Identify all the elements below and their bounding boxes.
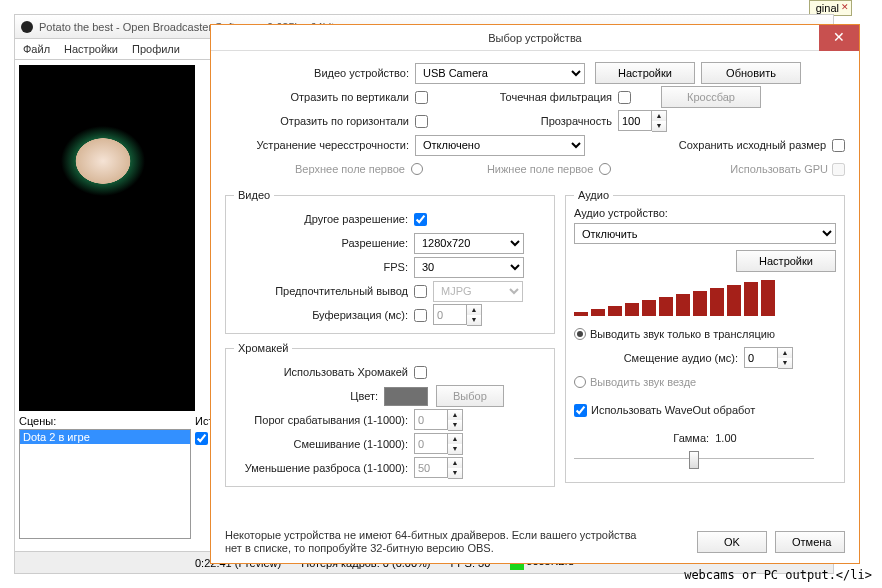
audio-settings-button[interactable]: Настройки (736, 250, 836, 272)
audio-group-label: Аудио (574, 189, 613, 201)
keep-size-checkbox[interactable] (832, 139, 845, 152)
video-device-select[interactable]: USB Camera (415, 63, 585, 84)
spill-label: Уменьшение разброса (1-1000): (234, 462, 414, 474)
device-dialog: Выбор устройства ✕ Видео устройство: USB… (210, 24, 860, 564)
footer-note: Некоторые устройства не имеют 64-битных … (225, 529, 655, 555)
gamma-value: 1.00 (715, 432, 736, 444)
video-group-label: Видео (234, 189, 274, 201)
point-filter-label: Точечная фильтрация (488, 91, 618, 103)
flip-v-checkbox[interactable] (415, 91, 428, 104)
spill-spinner[interactable]: ▲▼ (414, 457, 463, 479)
menu-settings[interactable]: Настройки (64, 43, 118, 55)
keep-size-label: Сохранить исходный размер (679, 139, 832, 151)
menu-file[interactable]: Файл (23, 43, 50, 55)
audio-everywhere-radio[interactable] (574, 376, 586, 388)
audio-stream-only-radio[interactable] (574, 328, 586, 340)
video-group: Видео Другое разрешение: Разрешение:1280… (225, 189, 555, 334)
spinner-up-icon[interactable]: ▲ (652, 111, 666, 121)
chroma-group: Хромакей Использовать Хромакей Цвет:Выбо… (225, 342, 555, 487)
fps-select[interactable]: 30 (414, 257, 524, 278)
use-waveout-checkbox[interactable] (574, 404, 587, 417)
audio-offset-label: Смещение аудио (мс): (574, 352, 744, 364)
buffer-checkbox[interactable] (414, 309, 427, 322)
bottom-field-label: Нижнее поле первое (487, 163, 593, 175)
buffer-label: Буферизация (мс): (234, 309, 414, 321)
point-filter-checkbox[interactable] (618, 91, 631, 104)
dialog-title: Выбор устройства ✕ (211, 25, 859, 51)
ok-button[interactable]: OK (697, 531, 767, 553)
color-swatch[interactable] (384, 387, 428, 406)
opacity-label: Прозрачность (488, 115, 618, 127)
bottom-field-radio (599, 163, 611, 175)
audio-stream-only-label: Выводить звук только в трансляцию (590, 328, 775, 340)
audio-offset-spinner[interactable]: ▲▼ (744, 347, 793, 369)
resolution-select[interactable]: 1280x720 (414, 233, 524, 254)
mix-label: Смешивание (1-1000): (234, 438, 414, 450)
gamma-slider[interactable] (574, 458, 814, 476)
fps-label: FPS: (234, 261, 414, 273)
custom-res-checkbox[interactable] (414, 213, 427, 226)
gamma-label: Гамма: (673, 432, 709, 444)
audio-everywhere-label: Выводить звук везде (590, 376, 696, 388)
threshold-label: Порог срабатывания (1-1000): (234, 414, 414, 426)
audio-device-select[interactable]: Отключить (574, 223, 836, 244)
device-settings-button[interactable]: Настройки (595, 62, 695, 84)
spinner-down-icon[interactable]: ▼ (652, 121, 666, 131)
refresh-button[interactable]: Обновить (701, 62, 801, 84)
color-label: Цвет: (234, 390, 384, 402)
slider-thumb[interactable] (689, 451, 699, 469)
threshold-spinner[interactable]: ▲▼ (414, 409, 463, 431)
buffer-spinner[interactable]: ▲▼ (433, 304, 482, 326)
mix-spinner[interactable]: ▲▼ (414, 433, 463, 455)
menu-profiles[interactable]: Профили (132, 43, 180, 55)
scene-item[interactable]: Dota 2 в игре (20, 430, 190, 444)
scenes-list[interactable]: Dota 2 в игре (19, 429, 191, 539)
pref-out-label: Предпочтительный вывод (234, 285, 414, 297)
tab-label: ginal (816, 2, 839, 14)
video-device-label: Видео устройство: (225, 67, 415, 79)
deinterlace-select[interactable]: Отключено (415, 135, 585, 156)
bg-text: webcams or PC output.</li> (684, 568, 872, 582)
pref-out-checkbox[interactable] (414, 285, 427, 298)
flip-v-label: Отразить по вертикали (225, 91, 415, 103)
use-chroma-checkbox[interactable] (414, 366, 427, 379)
use-chroma-label: Использовать Хромакей (234, 366, 414, 378)
audio-meter (574, 280, 836, 316)
use-gpu-label: Использовать GPU (730, 163, 828, 175)
res-label: Разрешение: (234, 237, 414, 249)
top-field-radio (411, 163, 423, 175)
preview-area (19, 65, 195, 411)
cancel-button[interactable]: Отмена (775, 531, 845, 553)
flip-h-checkbox[interactable] (415, 115, 428, 128)
flip-h-label: Отразить по горизонтали (225, 115, 415, 127)
close-button[interactable]: ✕ (819, 25, 859, 51)
app-icon (21, 21, 33, 33)
use-waveout-label: Использовать WaveOut обработ (591, 404, 755, 416)
top-field-label: Верхнее поле первое (295, 163, 405, 175)
opacity-spinner[interactable]: ▲▼ (618, 110, 667, 132)
video-preview (33, 73, 179, 219)
audio-group: Аудио Аудио устройство: Отключить Настро… (565, 189, 845, 483)
source-visible-checkbox[interactable] (195, 432, 208, 445)
deinterlace-label: Устранение чересстрочности: (225, 139, 415, 151)
color-select-button: Выбор (436, 385, 504, 407)
scenes-label: Сцены: (19, 415, 191, 427)
close-icon[interactable]: ✕ (841, 2, 849, 12)
crossbar-button: Кроссбар (661, 86, 761, 108)
audio-device-label: Аудио устройство: (574, 207, 836, 219)
pref-out-select: MJPG (433, 281, 523, 302)
custom-res-label: Другое разрешение: (234, 213, 414, 225)
chroma-group-label: Хромакей (234, 342, 292, 354)
use-gpu-checkbox (832, 163, 845, 176)
